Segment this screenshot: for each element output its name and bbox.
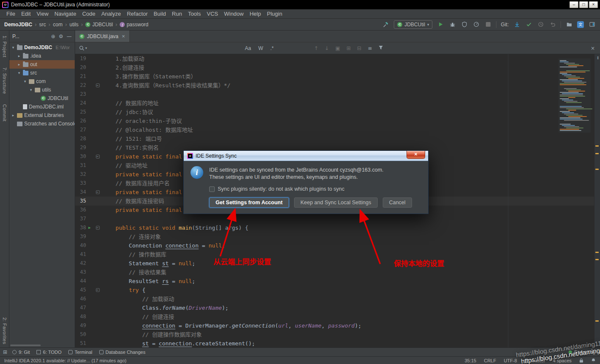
- scrollbar-mark[interactable]: [595, 153, 599, 154]
- previous-occurrence-button[interactable]: ↑: [313, 45, 320, 51]
- search-input[interactable]: [91, 44, 239, 53]
- settings-gear-icon[interactable]: ⚙: [59, 33, 63, 39]
- window-titlebar[interactable]: IJ DemoJDBC – JDBCUtil.java (Administrat…: [0, 0, 600, 9]
- project-panel-title[interactable]: P...: [12, 33, 19, 39]
- tool-window-button-database[interactable]: Database Changes: [99, 350, 146, 355]
- update-project-button[interactable]: [513, 21, 521, 28]
- caret-position-widget[interactable]: 35:15: [465, 358, 477, 363]
- history-button[interactable]: [537, 21, 544, 28]
- tool-window-button-commit[interactable]: Commit: [2, 104, 7, 122]
- tree-item-scratches-and-consoles[interactable]: Scratches and Consoles: [9, 119, 75, 128]
- code-line-28[interactable]: 28 // 1521: 端口号: [75, 134, 600, 143]
- menu-item-refactor[interactable]: Refactor: [124, 11, 151, 17]
- breadcrumb-item-jdbcutil[interactable]: CJDBCUtil: [85, 22, 113, 28]
- chevron-right-icon[interactable]: [35, 96, 39, 100]
- chevron-down-icon[interactable]: ▾: [23, 79, 27, 83]
- tree-item-jdbcutil[interactable]: CJDBCUtil: [9, 94, 75, 103]
- locate-file-icon[interactable]: ⊕: [51, 33, 55, 39]
- tree-item--idea[interactable]: ▸.idea: [9, 52, 75, 60]
- scrollbar-mark[interactable]: [595, 169, 599, 170]
- code-line-38[interactable]: 38▶− public static void main(String[] ar…: [75, 223, 600, 232]
- minimap[interactable]: [558, 58, 591, 133]
- tool-window-button-git[interactable]: 9: Git: [12, 350, 30, 355]
- sync-plugins-silently-checkbox[interactable]: Sync plugins silently: do not ask which …: [209, 186, 421, 192]
- menu-item-help[interactable]: Help: [247, 11, 264, 17]
- match-case-toggle[interactable]: Aa: [243, 45, 253, 52]
- regex-toggle[interactable]: .*: [269, 45, 275, 52]
- dialog-titlebar[interactable]: IJ IDE Settings Sync ×: [184, 151, 428, 161]
- code-line-44[interactable]: 44 ResultSet rs = null;: [75, 277, 600, 286]
- tool-window-switcher-icon[interactable]: ⊞: [3, 349, 7, 355]
- inspections-indicator-icon[interactable]: ‖: [597, 56, 599, 60]
- search-everywhere-icon[interactable]: [565, 21, 573, 28]
- keep-and-sync-local-settings-button[interactable]: Keep and Sync Local Settings: [294, 197, 378, 208]
- words-toggle[interactable]: W: [257, 45, 265, 52]
- menu-item-view[interactable]: View: [34, 11, 51, 17]
- scrollbar-mark[interactable]: [595, 252, 599, 253]
- run-main-icon[interactable]: ▶: [88, 223, 90, 232]
- chevron-right-icon[interactable]: [11, 122, 15, 126]
- fold-icon[interactable]: −: [96, 190, 100, 194]
- encoding-widget[interactable]: UTF-8: [504, 358, 517, 363]
- fold-icon[interactable]: −: [96, 155, 100, 158]
- menu-item-tools[interactable]: Tools: [185, 11, 204, 17]
- fold-icon[interactable]: −: [96, 83, 100, 87]
- translate-icon[interactable]: 文: [577, 21, 584, 28]
- tree-item-out[interactable]: ▸out: [9, 60, 75, 69]
- tree-item-external-libraries[interactable]: ▸External Libraries: [9, 111, 75, 119]
- search-icon[interactable]: ▾: [79, 45, 87, 51]
- breadcrumb-item-utils[interactable]: utils: [70, 22, 79, 28]
- code-line-49[interactable]: 49 connection = DriverManager.getConnect…: [75, 321, 600, 330]
- horizontal-scrollbar[interactable]: [10, 345, 41, 346]
- menu-item-window[interactable]: Window: [221, 11, 247, 17]
- scrollbar-mark[interactable]: [595, 259, 599, 260]
- code-line-23[interactable]: 23: [75, 90, 600, 99]
- chevron-right-icon[interactable]: ▸: [11, 113, 15, 117]
- tool-window-button-terminal[interactable]: Terminal: [68, 350, 93, 355]
- menu-item-plugin[interactable]: Plugin: [264, 11, 285, 17]
- code-line-46[interactable]: 46 // 加载驱动: [75, 295, 600, 303]
- hide-panel-icon[interactable]: —: [67, 33, 72, 39]
- select-all-occurrences-button[interactable]: ▣: [334, 45, 341, 51]
- code-line-40[interactable]: 40 Connection connection = null;: [75, 241, 600, 250]
- stop-button[interactable]: [484, 21, 492, 28]
- run-button[interactable]: [437, 21, 444, 28]
- breadcrumb-item-password[interactable]: fpassword: [120, 22, 148, 28]
- chevron-down-icon[interactable]: ▾: [11, 45, 15, 50]
- scrollbar-mark[interactable]: [595, 320, 599, 322]
- next-occurrence-button[interactable]: ↓: [323, 45, 330, 51]
- code-line-19[interactable]: 19 1.加载驱动: [75, 54, 600, 63]
- menu-item-navigate[interactable]: Navigate: [51, 11, 79, 17]
- coverage-button[interactable]: [460, 21, 468, 28]
- code-line-51[interactable]: 51 st = connection.createStatement();: [75, 339, 600, 347]
- menu-item-analyze[interactable]: Analyze: [98, 11, 124, 17]
- chevron-down-icon[interactable]: ▾: [29, 88, 33, 92]
- fold-icon[interactable]: −: [96, 226, 100, 230]
- remove-selection-button[interactable]: ⊟: [356, 45, 363, 51]
- tool-window-button-todo[interactable]: 6: TODO: [36, 350, 62, 355]
- lock-icon[interactable]: [579, 358, 583, 363]
- code-line-25[interactable]: 25 // jdbc:协议: [75, 108, 600, 117]
- tab-jdbcutil-java[interactable]: C JDBCUtil.java ×: [75, 31, 130, 42]
- fold-icon[interactable]: −: [96, 288, 100, 292]
- breadcrumb-item-src[interactable]: src: [39, 22, 46, 28]
- chevron-right-icon[interactable]: ▸: [17, 54, 21, 58]
- code-line-37[interactable]: 37: [75, 214, 600, 223]
- code-line-47[interactable]: 47 Class.forName(DriverName);: [75, 303, 600, 312]
- scrollbar-mark[interactable]: [595, 145, 599, 147]
- close-button[interactable]: ×: [589, 1, 598, 8]
- code-line-42[interactable]: 42 Statement st = null;: [75, 259, 600, 268]
- checkbox-box[interactable]: [209, 186, 215, 192]
- menu-item-file[interactable]: File: [3, 11, 18, 17]
- menu-item-vcs[interactable]: VCS: [204, 11, 221, 17]
- tree-item-src[interactable]: ▾src: [9, 69, 75, 77]
- dialog-close-button[interactable]: ×: [407, 151, 425, 159]
- tool-window-button-project[interactable]: 1: Project: [2, 36, 7, 57]
- breadcrumb-item-demojdbc[interactable]: DemoJDBC: [4, 22, 32, 28]
- code-line-43[interactable]: 43 // 接收结果集: [75, 268, 600, 277]
- tree-item-demojdbc-iml[interactable]: DemoJDBC.iml: [9, 103, 75, 111]
- minimize-button[interactable]: –: [569, 1, 578, 8]
- code-line-21[interactable]: 21 3.操作数据库（Statement类）: [75, 72, 600, 81]
- code-line-20[interactable]: 20 2.创建连接: [75, 63, 600, 72]
- build-hammer-icon[interactable]: [382, 21, 390, 28]
